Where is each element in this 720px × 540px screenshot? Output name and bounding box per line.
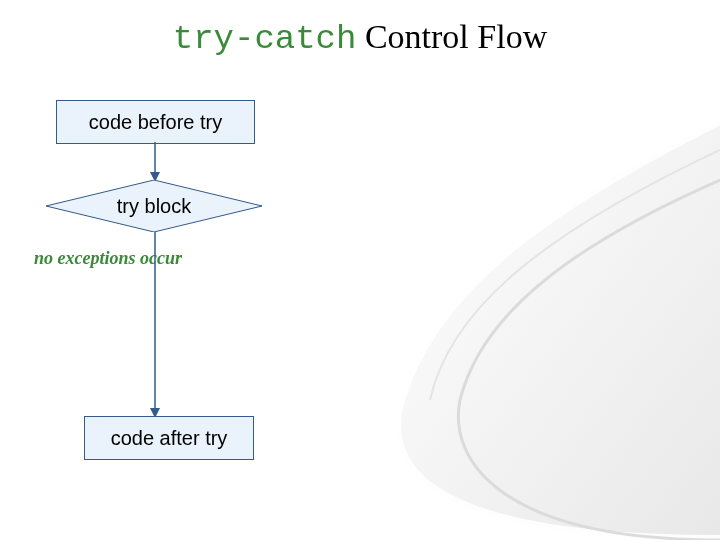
arrow-try-to-after — [149, 232, 161, 418]
node-code-after-try: code after try — [84, 416, 254, 460]
node-label: code before try — [89, 111, 222, 134]
title-rest: Control Flow — [356, 18, 547, 55]
slide-title: try-catch Control Flow — [0, 18, 720, 58]
title-mono: try-catch — [173, 20, 357, 58]
node-code-before-try: code before try — [56, 100, 255, 144]
arrow-before-to-try — [149, 142, 161, 182]
node-try-block-label-wrap: try block — [46, 180, 262, 232]
node-label: code after try — [111, 427, 228, 450]
node-label: try block — [117, 195, 191, 218]
